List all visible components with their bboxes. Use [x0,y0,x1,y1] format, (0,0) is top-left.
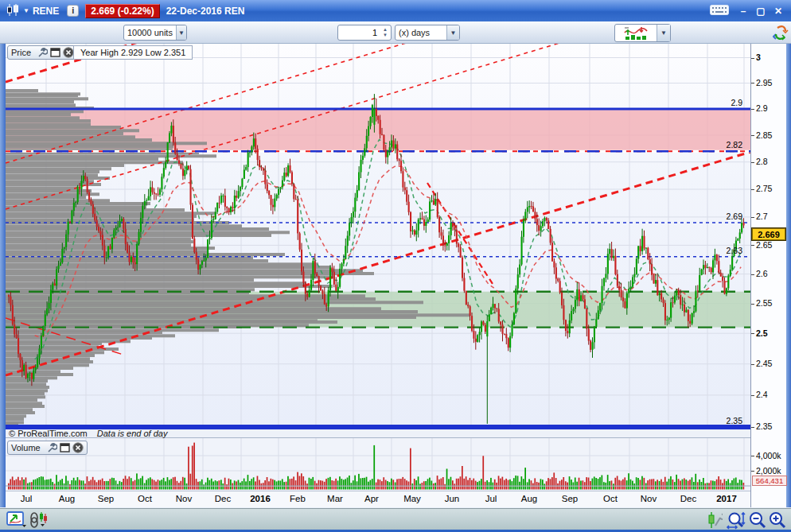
axis-tick [751,217,754,218]
units-value: 10000 units [124,28,176,37]
svg-text:2.69: 2.69 [727,212,743,221]
spinner-down-icon[interactable]: ▼ [383,33,388,38]
units-dropdown-icon[interactable]: ▼ [176,25,186,40]
axis-tick [751,471,754,472]
info-button[interactable]: i [67,5,79,17]
price-axis[interactable]: 32.952.92.852.82.752.72.652.62.552.52.45… [750,44,786,507]
maximize-button[interactable]: ▢ [754,5,767,17]
month-label: Jun [445,494,460,503]
zoom-fit-button[interactable] [726,511,746,532]
axis-tick [751,189,754,190]
price-tick-label: 2.6 [756,269,768,278]
close-button[interactable]: ✕ [772,5,785,17]
month-label: Jul [485,494,497,503]
minimize-button[interactable]: – [737,5,750,17]
price-tick-label: 2.55 [756,298,772,308]
timeframe-combobox[interactable]: (x) days ▼ [395,25,460,41]
zoom-settings-button[interactable] [705,511,723,532]
symbol-label[interactable]: RENE [33,6,59,17]
volume-panel-title: Volume [11,443,41,452]
month-label: Dec [215,494,231,503]
detach-window-icon[interactable] [50,48,60,57]
price-tick-label: 3 [756,52,761,62]
month-label: Sep [562,494,578,503]
link-charts-button[interactable] [29,511,49,531]
axis-tick [751,333,754,334]
wrench-icon[interactable] [37,48,48,58]
price-tick-label: 2.7 [756,212,768,221]
price-tick-label: 2.95 [756,78,772,87]
price-tick-label: 2.5 [756,328,768,338]
zoom-in-button[interactable] [769,511,786,532]
price-tick-label: 2.45 [756,359,772,368]
month-label: Feb [290,494,306,503]
month-label: Sep [98,494,114,503]
spinner-up-icon[interactable]: ▲ [383,27,388,33]
last-volume-marker: 564,431 [752,476,787,486]
axis-tick [751,83,754,83]
copyright-strip: © ProRealTime.com Data is end of day [6,427,750,438]
zoom-out-button[interactable] [749,511,766,532]
sync-refresh-icon[interactable] [773,24,789,45]
month-label: Aug [59,494,75,503]
keyboard-icon[interactable] [710,4,729,18]
chart-type-button[interactable]: ▼ [614,24,671,42]
time-axis[interactable]: JulAugSepOctNovDec2016FebMarAprMayJunJul… [6,491,750,507]
new-chart-window-button[interactable] [6,511,27,531]
month-label: 2016 [250,494,271,503]
axis-tick [751,245,754,246]
chart-type-icon [615,25,657,41]
month-label: Oct [138,494,152,503]
chart-window: ▼ RENE i 2.669 (-0.22%) 22-Dec-2016 REN … [0,0,791,532]
volume-tick-label: 4,000k [756,451,781,460]
svg-text:2.82: 2.82 [727,140,743,150]
volume-panel-header: Volume [7,441,88,455]
price-chart[interactable]: 2.92.822.692.632.35 [6,44,750,427]
axis-tick [751,274,754,275]
copyright-label: © ProRealTime.com [9,429,88,438]
price-tick-label: 2.35 [756,421,772,431]
axis-tick [751,109,754,110]
price-tick-label: 2.8 [756,157,768,166]
price-panel-header: Price [7,45,78,60]
price-tick-label: 2.85 [756,130,772,140]
candlestick-icon [6,4,20,18]
titlebar: ▼ RENE i 2.669 (-0.22%) 22-Dec-2016 REN … [0,0,791,21]
month-label: Aug [521,494,537,503]
left-frame [0,44,6,507]
timeframe-dropdown-icon[interactable]: ▼ [446,25,459,40]
wrench-icon[interactable] [47,443,57,453]
timeframe-value: (x) days [396,28,446,37]
symbol-chevron-down-icon[interactable]: ▼ [23,7,29,14]
close-panel-icon[interactable] [72,442,84,453]
price-change-badge: 2.669 (-0.22%) [85,4,159,18]
volume-chart[interactable] [6,438,750,491]
price-tick-label: 2.65 [756,240,772,250]
price-panel-title: Price [11,48,31,57]
axis-tick [751,304,754,305]
svg-text:2.9: 2.9 [731,98,742,107]
right-frame [786,44,791,507]
axis-tick [751,58,754,59]
month-label: Dec [680,494,696,503]
status-toolbar: ◄ ≡ ► [0,508,791,530]
month-label: Nov [176,494,192,503]
month-label: Oct [603,494,618,503]
chart-type-dropdown-icon[interactable]: ▼ [657,25,670,41]
interval-value[interactable]: 1 [338,28,380,37]
month-label: May [403,494,421,503]
close-panel-icon[interactable] [63,47,74,58]
month-label: Jul [21,494,33,503]
interval-spinner[interactable]: 1 ▲ ▼ [337,25,392,41]
date-label: 22-Dec-2016 REN [166,6,245,17]
price-tick-label: 2.4 [756,390,768,399]
svg-text:2.35: 2.35 [727,416,743,425]
data-note-label: Data is end of day [97,429,168,438]
last-price-marker: 2.669 [752,228,785,240]
units-combobox[interactable]: 10000 units ▼ [123,25,187,41]
price-tick-label: 2.75 [756,184,772,193]
detach-window-icon[interactable] [60,443,70,452]
price-tick-label: 2.9 [756,103,768,113]
volume-tick-label: 2,000k [756,466,781,476]
month-label: 2017 [716,494,737,503]
